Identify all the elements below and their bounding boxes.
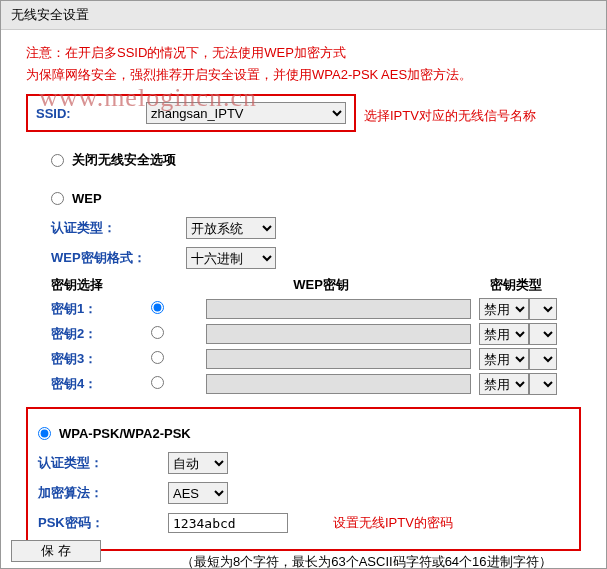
- hdr-key-select: 密钥选择: [51, 276, 186, 294]
- ssid-hint: 选择IPTV对应的无线信号名称: [364, 107, 536, 125]
- save-button[interactable]: 保 存: [11, 540, 101, 562]
- psk-hint: 设置无线IPTV的密码: [333, 514, 453, 532]
- key2-input[interactable]: [206, 324, 471, 344]
- wep-format-label: WEP密钥格式：: [51, 249, 186, 267]
- key1-input[interactable]: [206, 299, 471, 319]
- notice-line-2: 为保障网络安全，强烈推荐开启安全设置，并使用WPA2-PSK AES加密方法。: [26, 64, 581, 86]
- wpa-highlight-box: WPA-PSK/WPA2-PSK 认证类型： 自动 加密算法： AES PSK密…: [26, 407, 581, 551]
- wpa-algo-label: 加密算法：: [38, 484, 168, 502]
- key2-type-select[interactable]: 禁用: [479, 323, 529, 345]
- hdr-key-type: 密钥类型: [456, 276, 576, 294]
- label-wpa: WPA-PSK/WPA2-PSK: [59, 426, 191, 441]
- notice-line-1: 注意：在开启多SSID的情况下，无法使用WEP加密方式: [26, 42, 581, 64]
- notice-block: 注意：在开启多SSID的情况下，无法使用WEP加密方式 为保障网络安全，强烈推荐…: [26, 42, 581, 86]
- key1-extra-select[interactable]: [529, 298, 557, 320]
- psk-input[interactable]: [168, 513, 288, 533]
- key1-type-select[interactable]: 禁用: [479, 298, 529, 320]
- panel-content: 注意：在开启多SSID的情况下，无法使用WEP加密方式 为保障网络安全，强烈推荐…: [1, 30, 606, 569]
- ssid-select[interactable]: zhangsan_IPTV: [146, 102, 346, 124]
- hdr-wep-key: WEP密钥: [186, 276, 456, 294]
- key4-type-select[interactable]: 禁用: [479, 373, 529, 395]
- wep-key-table: 密钥选择 WEP密钥 密钥类型 密钥1： 禁用 密钥2： 禁用: [51, 276, 581, 395]
- radio-disable-security[interactable]: [51, 154, 64, 167]
- settings-panel: 无线安全设置 注意：在开启多SSID的情况下，无法使用WEP加密方式 为保障网络…: [0, 0, 607, 569]
- key1-label: 密钥1：: [51, 300, 151, 318]
- key4-label: 密钥4：: [51, 375, 151, 393]
- ssid-highlight-box: SSID: zhangsan_IPTV: [26, 94, 356, 132]
- psk-label: PSK密码：: [38, 514, 168, 532]
- key2-radio[interactable]: [151, 326, 164, 339]
- wpa-auth-label: 认证类型：: [38, 454, 168, 472]
- label-disable-security: 关闭无线安全选项: [72, 151, 176, 169]
- key1-radio[interactable]: [151, 301, 164, 314]
- key3-label: 密钥3：: [51, 350, 151, 368]
- key2-label: 密钥2：: [51, 325, 151, 343]
- radio-wep[interactable]: [51, 192, 64, 205]
- wep-auth-label: 认证类型：: [51, 219, 186, 237]
- panel-title: 无线安全设置: [1, 1, 606, 30]
- wpa-algo-select[interactable]: AES: [168, 482, 228, 504]
- key2-extra-select[interactable]: [529, 323, 557, 345]
- radio-wpa[interactable]: [38, 427, 51, 440]
- wpa-auth-select[interactable]: 自动: [168, 452, 228, 474]
- key3-radio[interactable]: [151, 351, 164, 364]
- label-wep: WEP: [72, 191, 102, 206]
- psk-paren-hint: （最短为8个字符，最长为63个ASCII码字符或64个16进制字符）: [181, 553, 581, 569]
- ssid-label: SSID:: [36, 106, 146, 121]
- key4-input[interactable]: [206, 374, 471, 394]
- key4-radio[interactable]: [151, 376, 164, 389]
- key4-extra-select[interactable]: [529, 373, 557, 395]
- key3-type-select[interactable]: 禁用: [479, 348, 529, 370]
- wep-format-select[interactable]: 十六进制: [186, 247, 276, 269]
- wep-auth-select[interactable]: 开放系统: [186, 217, 276, 239]
- key3-input[interactable]: [206, 349, 471, 369]
- key3-extra-select[interactable]: [529, 348, 557, 370]
